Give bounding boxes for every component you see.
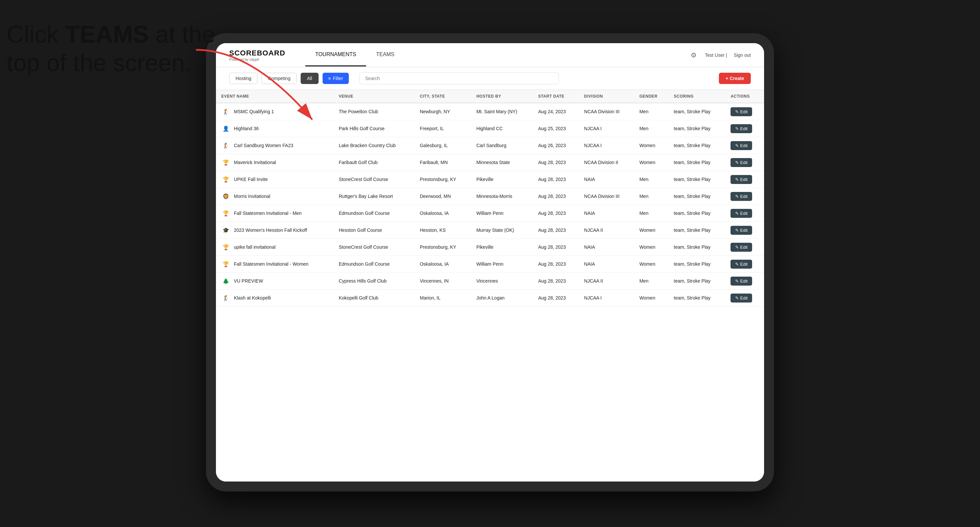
- start-date-cell: Aug 28, 2023: [533, 188, 579, 205]
- scoring-cell: team, Stroke Play: [668, 103, 725, 120]
- edit-button[interactable]: ✎ Edit: [730, 141, 752, 150]
- city-state-cell: Newburgh, NY: [415, 103, 471, 120]
- scoring-cell: team, Stroke Play: [668, 273, 725, 290]
- table-row: 🌲 VU PREVIEW Cypress Hills Golf Club Vin…: [216, 273, 764, 290]
- scoring-cell: team, Stroke Play: [668, 154, 725, 171]
- event-name-cell: 🦁 Morris Invitational: [216, 188, 334, 205]
- event-icon: 🏆: [221, 243, 231, 252]
- division-cell: NAIA: [579, 239, 634, 256]
- edit-button[interactable]: ✎ Edit: [730, 107, 752, 116]
- table-container: EVENT NAME VENUE CITY, STATE HOSTED BY S…: [216, 90, 764, 481]
- col-city-state: CITY, STATE: [415, 90, 471, 103]
- gear-icon[interactable]: ⚙: [689, 51, 698, 60]
- edit-button[interactable]: ✎ Edit: [730, 243, 752, 252]
- actions-cell: ✎ Edit: [725, 188, 764, 205]
- start-date-cell: Aug 24, 2023: [533, 103, 579, 120]
- scoring-cell: team, Stroke Play: [668, 205, 725, 222]
- start-date-cell: Aug 28, 2023: [533, 154, 579, 171]
- edit-button[interactable]: ✎ Edit: [730, 276, 752, 286]
- scoring-cell: team, Stroke Play: [668, 188, 725, 205]
- event-name-label: Klash at Kokopelli: [234, 295, 271, 300]
- division-cell: NAIA: [579, 205, 634, 222]
- city-state-cell: Galesburg, IL: [415, 137, 471, 154]
- hosted-by-cell: Minnesota-Morris: [471, 188, 533, 205]
- gender-cell: Women: [634, 154, 669, 171]
- venue-cell: Ruttger's Bay Lake Resort: [334, 188, 415, 205]
- division-cell: NCAA Division II: [579, 154, 634, 171]
- city-state-cell: Hesston, KS: [415, 222, 471, 239]
- event-name-cell: 🏆 UPKE Fall Invite: [216, 171, 334, 188]
- city-state-cell: Oskaloosa, IA: [415, 256, 471, 273]
- gender-cell: Women: [634, 290, 669, 306]
- scoring-cell: team, Stroke Play: [668, 120, 725, 137]
- actions-cell: ✎ Edit: [725, 120, 764, 137]
- event-name-label: Fall Statesmen Invitational - Men: [234, 211, 302, 216]
- col-start-date: START DATE: [533, 90, 579, 103]
- scoring-cell: team, Stroke Play: [668, 171, 725, 188]
- gender-cell: Men: [634, 205, 669, 222]
- city-state-cell: Deerwood, MN: [415, 188, 471, 205]
- event-name-label: Maverick Invitational: [234, 160, 276, 165]
- gender-cell: Women: [634, 239, 669, 256]
- event-name-cell: 🏌 Klash at Kokopelli: [216, 290, 334, 306]
- hosted-by-cell: Highland CC: [471, 120, 533, 137]
- edit-button[interactable]: ✎ Edit: [730, 260, 752, 269]
- hosted-by-cell: William Penn: [471, 256, 533, 273]
- col-division: DIVISION: [579, 90, 634, 103]
- event-icon: 🌲: [221, 276, 231, 286]
- hosted-by-cell: William Penn: [471, 205, 533, 222]
- actions-cell: ✎ Edit: [725, 222, 764, 239]
- event-name-cell: 🌲 VU PREVIEW: [216, 273, 334, 290]
- city-state-cell: Freeport, IL: [415, 120, 471, 137]
- venue-cell: Edmundson Golf Course: [334, 205, 415, 222]
- col-scoring: SCORING: [668, 90, 725, 103]
- division-cell: NJCAA II: [579, 273, 634, 290]
- hosted-by-cell: John A Logan: [471, 290, 533, 306]
- venue-cell: Edmundson Golf Course: [334, 256, 415, 273]
- city-state-cell: Prestonsburg, KY: [415, 239, 471, 256]
- table-row: 🏌 Klash at Kokopelli Kokopelli Golf Club…: [216, 290, 764, 306]
- event-name-label: Carl Sandburg Women FA23: [234, 143, 293, 148]
- edit-button[interactable]: ✎ Edit: [730, 158, 752, 167]
- actions-cell: ✎ Edit: [725, 137, 764, 154]
- start-date-cell: Aug 28, 2023: [533, 222, 579, 239]
- table-row: 🦁 Morris Invitational Ruttger's Bay Lake…: [216, 188, 764, 205]
- actions-cell: ✎ Edit: [725, 273, 764, 290]
- edit-button[interactable]: ✎ Edit: [730, 124, 752, 133]
- edit-button[interactable]: ✎ Edit: [730, 192, 752, 201]
- city-state-cell: Marion, IL: [415, 290, 471, 306]
- event-name-label: Morris Invitational: [234, 194, 270, 199]
- edit-button[interactable]: ✎ Edit: [730, 294, 752, 303]
- city-state-cell: Faribault, MN: [415, 154, 471, 171]
- search-input[interactable]: [360, 72, 559, 84]
- event-icon: 🏆: [221, 259, 231, 269]
- sign-out-link[interactable]: Sign out: [734, 52, 751, 58]
- table-row: 🎓 2023 Women's Hesston Fall Kickoff Hess…: [216, 222, 764, 239]
- create-button[interactable]: + Create: [719, 73, 751, 84]
- nav-teams[interactable]: TEAMS: [366, 43, 404, 67]
- start-date-cell: Aug 26, 2023: [533, 137, 579, 154]
- actions-cell: ✎ Edit: [725, 205, 764, 222]
- event-icon: 🦁: [221, 192, 231, 201]
- start-date-cell: Aug 28, 2023: [533, 290, 579, 306]
- actions-cell: ✎ Edit: [725, 256, 764, 273]
- col-actions: ACTIONS: [725, 90, 764, 103]
- event-icon: 🏆: [221, 175, 231, 184]
- instruction-text: Click TEAMS at thetop of the screen.: [6, 20, 215, 77]
- edit-button[interactable]: ✎ Edit: [730, 209, 752, 218]
- edit-button[interactable]: ✎ Edit: [730, 175, 752, 184]
- start-date-cell: Aug 28, 2023: [533, 256, 579, 273]
- event-name-cell: 🏆 upike fall invitational: [216, 239, 334, 256]
- start-date-cell: Aug 28, 2023: [533, 239, 579, 256]
- venue-cell: StoneCrest Golf Course: [334, 239, 415, 256]
- city-state-cell: Oskaloosa, IA: [415, 205, 471, 222]
- event-name-cell: 🏆 Fall Statesmen Invitational - Women: [216, 256, 334, 273]
- actions-cell: ✎ Edit: [725, 171, 764, 188]
- edit-button[interactable]: ✎ Edit: [730, 226, 752, 235]
- venue-cell: Kokopelli Golf Club: [334, 290, 415, 306]
- gender-cell: Women: [634, 137, 669, 154]
- search-box: [360, 72, 715, 84]
- event-name-label: Fall Statesmen Invitational - Women: [234, 261, 309, 267]
- hosted-by-cell: Minnesota State: [471, 154, 533, 171]
- event-name-cell: 🎓 2023 Women's Hesston Fall Kickoff: [216, 222, 334, 239]
